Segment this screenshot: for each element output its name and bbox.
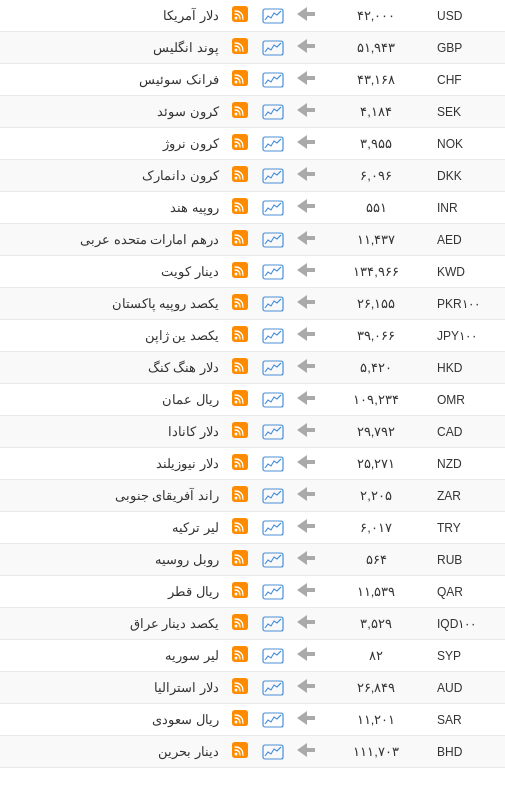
svg-point-91 xyxy=(235,721,238,724)
currency-table: USD ۴۲,۰۰۰ دلار xyxy=(0,0,505,768)
table-row: PKR۱۰۰ ۲۶,۱۵۵ ی xyxy=(0,288,505,320)
chart-icon[interactable] xyxy=(255,263,291,280)
rss-icon[interactable] xyxy=(225,38,255,57)
svg-point-51 xyxy=(235,401,238,404)
svg-point-7 xyxy=(235,49,238,52)
table-row: OMR ۱۰۹,۲۳۴ ریا xyxy=(0,384,505,416)
arrow-icon[interactable] xyxy=(291,263,321,280)
currency-name: ریال عمان xyxy=(4,392,225,407)
arrow-icon[interactable] xyxy=(291,487,321,504)
rss-icon[interactable] xyxy=(225,582,255,601)
chart-icon[interactable] xyxy=(255,487,291,504)
chart-icon[interactable] xyxy=(255,71,291,88)
arrow-icon[interactable] xyxy=(291,199,321,216)
rss-icon[interactable] xyxy=(225,166,255,185)
arrow-icon[interactable] xyxy=(291,71,321,88)
rss-icon[interactable] xyxy=(225,230,255,249)
chart-icon[interactable] xyxy=(255,359,291,376)
currency-name: دلار هنگ کنگ xyxy=(4,360,225,375)
arrow-icon[interactable] xyxy=(291,679,321,696)
chart-icon[interactable] xyxy=(255,327,291,344)
rss-icon[interactable] xyxy=(225,198,255,217)
arrow-icon[interactable] xyxy=(291,519,321,536)
rss-icon[interactable] xyxy=(225,102,255,121)
svg-point-83 xyxy=(235,657,238,660)
rss-icon[interactable] xyxy=(225,262,255,281)
chart-icon[interactable] xyxy=(255,39,291,56)
chart-icon[interactable] xyxy=(255,391,291,408)
arrow-icon[interactable] xyxy=(291,135,321,152)
arrow-icon[interactable] xyxy=(291,615,321,632)
arrow-icon[interactable] xyxy=(291,167,321,184)
arrow-icon[interactable] xyxy=(291,7,321,24)
arrow-icon[interactable] xyxy=(291,359,321,376)
chart-icon[interactable] xyxy=(255,231,291,248)
svg-point-31 xyxy=(235,241,238,244)
svg-marker-36 xyxy=(297,295,315,309)
rss-icon[interactable] xyxy=(225,70,255,89)
svg-rect-93 xyxy=(263,745,283,759)
arrow-icon[interactable] xyxy=(291,583,321,600)
svg-point-43 xyxy=(235,337,238,340)
svg-rect-81 xyxy=(263,649,283,663)
rss-icon[interactable] xyxy=(225,294,255,313)
svg-rect-65 xyxy=(263,521,283,535)
svg-point-67 xyxy=(235,529,238,532)
chart-icon[interactable] xyxy=(255,647,291,664)
rss-icon[interactable] xyxy=(225,742,255,761)
rss-icon[interactable] xyxy=(225,422,255,441)
rss-icon[interactable] xyxy=(225,390,255,409)
chart-icon[interactable] xyxy=(255,423,291,440)
currency-name: دلار کانادا xyxy=(4,424,225,439)
table-row: AED ۱۱,۴۳۷ درهم xyxy=(0,224,505,256)
rss-icon[interactable] xyxy=(225,678,255,697)
rss-icon[interactable] xyxy=(225,6,255,25)
currency-name: لیر سوریه xyxy=(4,648,225,663)
currency-value: ۵۵۱ xyxy=(321,200,431,215)
chart-icon[interactable] xyxy=(255,583,291,600)
chart-icon[interactable] xyxy=(255,743,291,760)
currency-code: TRY xyxy=(431,521,501,535)
arrow-icon[interactable] xyxy=(291,423,321,440)
rss-icon[interactable] xyxy=(225,486,255,505)
currency-code: CAD xyxy=(431,425,501,439)
currency-name: فرانک سوئیس xyxy=(4,72,225,87)
rss-icon[interactable] xyxy=(225,646,255,665)
rss-icon[interactable] xyxy=(225,134,255,153)
rss-icon[interactable] xyxy=(225,550,255,569)
svg-marker-4 xyxy=(297,39,315,53)
rss-icon[interactable] xyxy=(225,518,255,537)
rss-icon[interactable] xyxy=(225,326,255,345)
rss-icon[interactable] xyxy=(225,710,255,729)
chart-icon[interactable] xyxy=(255,295,291,312)
chart-icon[interactable] xyxy=(255,711,291,728)
arrow-icon[interactable] xyxy=(291,647,321,664)
chart-icon[interactable] xyxy=(255,551,291,568)
currency-code: NZD xyxy=(431,457,501,471)
arrow-icon[interactable] xyxy=(291,711,321,728)
arrow-icon[interactable] xyxy=(291,391,321,408)
arrow-icon[interactable] xyxy=(291,455,321,472)
arrow-icon[interactable] xyxy=(291,743,321,760)
currency-code: PKR۱۰۰ xyxy=(431,297,501,311)
rss-icon[interactable] xyxy=(225,614,255,633)
chart-icon[interactable] xyxy=(255,167,291,184)
chart-icon[interactable] xyxy=(255,455,291,472)
arrow-icon[interactable] xyxy=(291,39,321,56)
chart-icon[interactable] xyxy=(255,679,291,696)
chart-icon[interactable] xyxy=(255,103,291,120)
chart-icon[interactable] xyxy=(255,135,291,152)
arrow-icon[interactable] xyxy=(291,295,321,312)
chart-icon[interactable] xyxy=(255,615,291,632)
chart-icon[interactable] xyxy=(255,199,291,216)
chart-icon[interactable] xyxy=(255,7,291,24)
rss-icon[interactable] xyxy=(225,454,255,473)
svg-point-79 xyxy=(235,625,238,628)
arrow-icon[interactable] xyxy=(291,551,321,568)
rss-icon[interactable] xyxy=(225,358,255,377)
chart-icon[interactable] xyxy=(255,519,291,536)
arrow-icon[interactable] xyxy=(291,103,321,120)
arrow-icon[interactable] xyxy=(291,231,321,248)
arrow-icon[interactable] xyxy=(291,327,321,344)
currency-name: دینار کویت xyxy=(4,264,225,279)
